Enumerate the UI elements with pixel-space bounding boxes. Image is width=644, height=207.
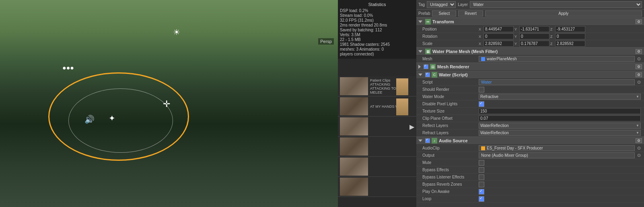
output-circle-btn[interactable]: ⊙ [637,153,641,158]
mesh-filter-controls: ⚙ [636,49,642,54]
layer-dropdown[interactable]: Water [470,1,642,8]
pos-x-input[interactable] [484,26,514,32]
bypass-effects-value [479,167,641,173]
water-mode-dropdown[interactable]: Refractive ▼ [479,94,641,100]
rotation-label: Rotation [422,34,479,39]
revert-button[interactable]: Revert [458,10,483,16]
mesh-renderer-fold-icon[interactable] [418,65,421,69]
audio-source-settings-icon[interactable]: ⚙ [636,138,642,143]
bypass-reverb-label: Bypass Reverb Zones [422,182,479,187]
play-on-awake-label: Play On Awake [422,189,479,194]
audio-source-fold-icon[interactable] [418,139,422,142]
output-row: Output None (Audio Mixer Group) ⊙ [416,152,644,159]
particles-icon: ●●● [62,64,74,72]
audio-clip-row: AudioClip ES_Forest Day - SFX Producer ⊙ [416,145,644,152]
clip-plane-offset-value [479,115,641,121]
output-asset-ref[interactable]: None (Audio Mixer Group) [479,152,635,158]
reflect-layers-arrow: ▼ [636,124,639,127]
scale-label: Scale [422,41,479,46]
water-script-fold-icon[interactable] [418,74,422,76]
refract-layers-text: WaterReflection [480,131,509,135]
mesh-renderer-checkbox[interactable] [424,64,428,69]
rot-z-input[interactable] [555,33,585,39]
mute-label: Mute [422,160,479,165]
preview-labels-1: Patient Clips ATTACKING ATTACKING TO MEL… [368,78,396,94]
preview-thumb-2 [340,97,368,115]
should-render-checkbox[interactable] [479,87,484,92]
disable-pixel-lights-value [479,101,641,107]
disable-pixel-lights-checkbox[interactable] [479,101,484,107]
refract-layers-value: WaterReflection ▼ [479,130,641,136]
audio-clip-name: ES_Forest Day - SFX Producer [487,146,543,150]
inspector-panel: Tag Untagged Layer Water Prefab Select R… [416,0,644,207]
audio-source-header: ♪ Audio Source ⚙ [416,137,644,145]
scale-y-input[interactable] [519,41,549,47]
mesh-filter-fold-icon[interactable] [418,50,422,53]
water-mode-arrow: ▼ [636,95,639,98]
bypass-reverb-checkbox[interactable] [479,182,484,187]
preview-item-3: ▶ [338,117,416,137]
arrow-right-icon[interactable]: ▶ [409,123,414,130]
mesh-filter-settings-icon[interactable]: ⚙ [636,49,642,54]
bypass-effects-checkbox[interactable] [479,167,484,173]
should-render-label: Should Render [422,87,479,92]
reflect-layers-dropdown[interactable]: WaterReflection ▼ [479,123,641,129]
mute-row: Mute [416,159,644,166]
transform-title: Transform [432,19,642,24]
preview-item-5 [338,157,416,177]
audio-clip-label: AudioClip [422,146,479,150]
mesh-renderer-settings-icon[interactable]: ⚙ [636,64,642,69]
water-script-title: Water (Script) [439,72,642,77]
clip-plane-offset-input[interactable] [479,115,641,121]
water-script-checkbox[interactable] [425,72,430,77]
y-label: Y [514,27,518,31]
bypass-listener-checkbox[interactable] [479,174,484,180]
mesh-asset-ref[interactable]: waterPlaneMesh [479,56,635,62]
rot-y-input[interactable] [519,33,549,39]
refract-layers-dropdown[interactable]: WaterReflection ▼ [479,130,641,136]
pos-z-input[interactable] [555,26,585,32]
disable-pixel-lights-row: Disable Pixel Lights [416,100,644,108]
rx-label: X [479,35,483,39]
mesh-row: Mesh waterPlaneMesh ⊙ [416,55,644,63]
bypass-listener-row: Bypass Listener Effects [416,174,644,181]
audio-clip-circle-btn[interactable]: ⊙ [637,146,641,151]
bypass-effects-row: Bypass Effects [416,166,644,174]
middle-panel: Statistics DSP load: 0.2% Stream load: 0… [338,0,416,207]
viewport: ☀ ●●● 🔊 ✦ ✛ Persp [0,0,338,207]
loop-checkbox[interactable] [479,196,484,202]
audio-clip-icon [481,146,485,150]
output-label: Output [422,153,479,158]
mesh-circle-btn[interactable]: ⊙ [637,56,641,61]
apply-button[interactable]: Apply [485,10,642,16]
transform-fold-icon[interactable] [418,20,422,23]
texture-size-value [479,108,641,114]
water-script-icon: C [432,72,437,78]
water-inner-ring [68,88,173,153]
bypass-reverb-value [479,182,641,187]
texture-size-input[interactable] [479,108,641,114]
scale-x-input[interactable] [484,41,514,47]
bypass-listener-label: Bypass Listener Effects [422,175,479,179]
script-label: Script [422,80,479,84]
play-on-awake-checkbox[interactable] [479,189,484,195]
script-circle-btn[interactable]: ⊙ [637,80,641,85]
audio-source-checkbox[interactable] [425,138,430,143]
sz-label: Z [550,42,554,46]
output-value: None (Audio Mixer Group) ⊙ [479,152,641,158]
transform-settings-icon[interactable]: ⚙ [636,19,642,24]
water-script-settings-icon[interactable]: ⚙ [636,72,642,77]
rot-x-input[interactable] [484,33,514,39]
pos-y-input[interactable] [519,26,549,32]
water-mode-label: Water Mode [422,94,479,99]
select-button[interactable]: Select [432,10,456,16]
mute-checkbox[interactable] [479,160,484,166]
prefab-row: Prefab Select Revert Apply [416,10,644,18]
script-asset-ref[interactable]: Water [479,79,635,85]
audio-clip-asset-ref[interactable]: ES_Forest Day - SFX Producer [479,145,635,151]
disable-pixel-lights-label: Disable Pixel Lights [422,102,479,106]
scale-z-input[interactable] [555,41,585,47]
tag-dropdown[interactable]: Untagged [427,1,456,8]
preview-thumb-3 [340,117,368,135]
water-script-header: C Water (Script) ⚙ [416,71,644,79]
